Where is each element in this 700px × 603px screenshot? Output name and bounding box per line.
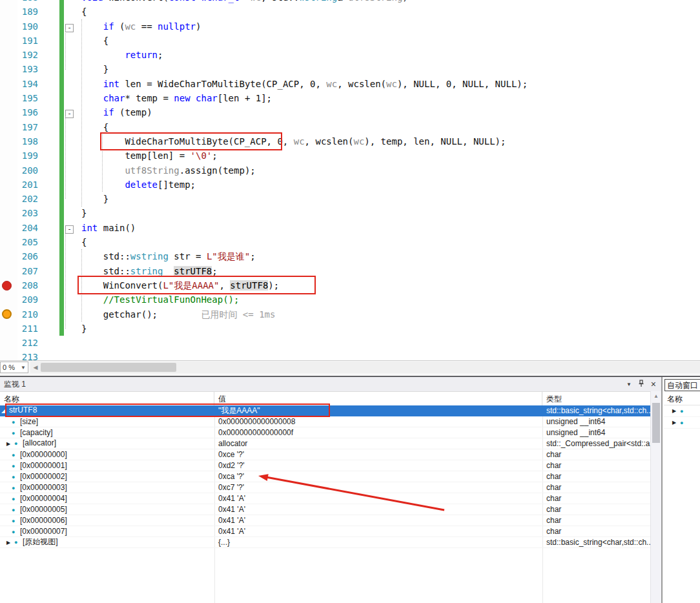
close-icon[interactable]: × <box>651 380 656 388</box>
breakpoint-margin[interactable] <box>0 34 17 48</box>
breakpoint-margin[interactable] <box>0 105 17 119</box>
watch-name-cell[interactable]: ●[0x00000003] <box>0 482 214 493</box>
code-text[interactable]: temp[len] = '\0'; <box>77 148 218 163</box>
expander-icon[interactable]: ◢ <box>1 406 9 416</box>
code-line[interactable]: 195 char* temp = new char[len + 1]; <box>0 91 700 105</box>
code-text[interactable]: int main() <box>77 221 136 235</box>
breakpoint-margin[interactable] <box>0 19 17 34</box>
watch-name-cell[interactable]: ▶●[原始视图] <box>0 537 214 548</box>
scrollbar-thumb[interactable] <box>652 403 660 443</box>
code-text[interactable]: WideCharToMultiByte(CP_ACP, 0, wc, wcsle… <box>77 134 506 148</box>
code-line[interactable]: 205{ <box>0 235 700 249</box>
outline-margin[interactable]: - <box>64 221 77 235</box>
code-text[interactable]: { <box>77 5 87 19</box>
code-line[interactable]: 212 <box>0 336 700 350</box>
code-text[interactable]: return; <box>77 48 163 62</box>
watch-name-cell[interactable]: ◢strUTF8 <box>0 405 214 416</box>
breakpoint-margin[interactable] <box>0 134 17 148</box>
breakpoint-margin[interactable] <box>0 192 17 206</box>
code-text[interactable]: { <box>77 235 87 249</box>
fold-collapse-icon[interactable]: - <box>65 225 74 234</box>
code-text[interactable]: } <box>77 206 87 220</box>
code-text[interactable]: delete[]temp; <box>77 178 196 192</box>
outline-margin[interactable] <box>64 178 77 192</box>
watch-row[interactable]: ◢strUTF8"我是AAAA"std::basic_string<char,s… <box>0 405 650 416</box>
breakpoint-margin[interactable] <box>0 120 17 134</box>
code-line[interactable]: 191 { <box>0 34 700 48</box>
autos-row[interactable]: ▶● <box>664 417 700 429</box>
breakpoint-margin[interactable] <box>0 264 17 278</box>
watch-name-cell[interactable]: ●[0x00000001] <box>0 460 214 471</box>
scrollbar-thumb[interactable] <box>41 363 176 372</box>
watch-value[interactable]: 0x000000000000000f <box>214 427 542 438</box>
watch-value[interactable]: 0x41 'A' <box>214 515 542 526</box>
code-text[interactable] <box>77 336 81 350</box>
code-line[interactable]: 198 WideCharToMultiByte(CP_ACP, 0, wc, w… <box>0 134 700 148</box>
watch-name-cell[interactable]: ●[0x00000007] <box>0 526 214 537</box>
breakpoint-margin[interactable] <box>0 336 17 350</box>
breakpoint-margin[interactable] <box>0 292 17 307</box>
code-line[interactable]: 196- if (temp) <box>0 105 700 119</box>
autos-column-header[interactable]: 名称 <box>664 393 700 405</box>
window-position-icon[interactable]: ▼ <box>626 382 632 387</box>
horizontal-scrollbar[interactable]: ◀ <box>30 362 700 373</box>
code-line[interactable]: 208 WinConvert(L"我是AAAA", strUTF8); <box>0 278 700 292</box>
breakpoint-margin[interactable] <box>0 249 17 263</box>
outline-margin[interactable] <box>64 48 77 62</box>
expander-icon[interactable]: ▶ <box>672 420 680 425</box>
watch-row[interactable]: ●[0x00000003]0xc7 '?'char <box>0 482 650 493</box>
column-header-name[interactable]: 名称 <box>0 392 214 406</box>
outline-margin[interactable] <box>64 264 77 278</box>
breakpoint-margin[interactable] <box>0 178 17 192</box>
code-line[interactable]: 197 { <box>0 120 700 134</box>
breakpoint-icon[interactable] <box>2 281 12 291</box>
outline-margin[interactable] <box>64 62 77 76</box>
watch-name-cell[interactable]: ●[0x00000006] <box>0 515 214 526</box>
code-text[interactable]: std::wstring str = L"我是谁"; <box>77 249 256 263</box>
breakpoint-margin[interactable] <box>0 91 17 105</box>
outline-margin[interactable] <box>64 134 77 148</box>
watch-value[interactable]: {...} <box>214 537 542 547</box>
outline-margin[interactable] <box>64 0 77 5</box>
watch-value[interactable]: 0x41 'A' <box>214 526 542 537</box>
code-line[interactable]: 202 } <box>0 192 700 206</box>
breakpoint-margin[interactable] <box>0 148 17 163</box>
code-text[interactable]: //TestVirtualFunOnHeap(); <box>77 292 239 307</box>
watch-value[interactable]: 0x41 'A' <box>214 493 542 504</box>
code-line[interactable]: 206 std::wstring str = L"我是谁"; <box>0 249 700 263</box>
outline-margin[interactable] <box>64 322 77 336</box>
fold-collapse-icon[interactable]: - <box>65 24 74 32</box>
expander-icon[interactable]: ▶ <box>6 538 14 548</box>
breakpoint-margin[interactable] <box>0 62 17 76</box>
watch-row[interactable]: ●[0x00000005]0x41 'A'char <box>0 504 650 515</box>
code-text[interactable]: char* temp = new char[len + 1]; <box>77 91 272 105</box>
code-line[interactable]: 204-int main() <box>0 221 700 235</box>
column-header-value[interactable]: 值 <box>214 392 542 406</box>
pin-icon[interactable] <box>637 380 645 389</box>
watch-value[interactable]: 0xce '?' <box>214 449 542 460</box>
code-line[interactable]: 213 <box>0 350 700 360</box>
scroll-left-icon[interactable]: ◀ <box>30 362 41 373</box>
outline-margin[interactable] <box>64 249 77 263</box>
outline-margin[interactable] <box>64 163 77 178</box>
code-text[interactable]: if (wc == nullptr) <box>77 19 201 34</box>
watch-value[interactable]: 0xc7 '?' <box>214 482 542 493</box>
watch-row[interactable]: ●[0x00000004]0x41 'A'char <box>0 493 650 504</box>
code-text[interactable]: getchar(); 已用时间 <= 1ms <box>77 307 275 322</box>
code-line[interactable]: 201 delete[]temp; <box>0 178 700 192</box>
breakpoint-margin[interactable] <box>0 0 17 5</box>
watch-row[interactable]: ●[0x00000000]0xce '?'char <box>0 449 650 460</box>
breakpoint-margin[interactable] <box>0 278 17 292</box>
watch-name-cell[interactable]: ●[0x00000002] <box>0 471 214 482</box>
watch-title-bar[interactable]: 监视 1 ▼ × <box>0 377 661 392</box>
expander-icon[interactable]: ▶ <box>6 439 14 449</box>
watch-row[interactable]: ●[capacity]0x000000000000000funsigned __… <box>0 427 650 438</box>
watch-name-cell[interactable]: ●[0x00000004] <box>0 493 214 504</box>
breakpoint-margin[interactable] <box>0 206 17 220</box>
vertical-scrollbar[interactable]: ▲ <box>650 391 661 603</box>
outline-margin[interactable] <box>64 336 77 350</box>
column-header-type[interactable]: 类型 <box>542 392 661 406</box>
code-text[interactable] <box>77 350 81 360</box>
outline-margin[interactable] <box>64 235 77 249</box>
code-text[interactable]: void WinConvert(const wchar_t* wc, std::… <box>77 0 408 5</box>
